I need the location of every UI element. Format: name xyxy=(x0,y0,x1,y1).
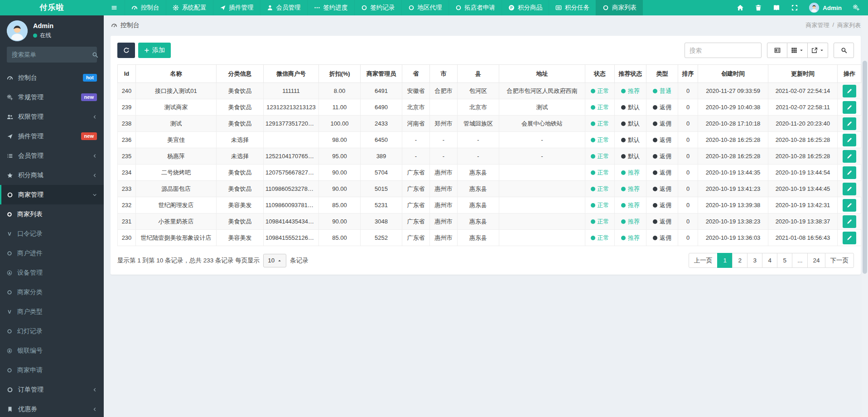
edit-button[interactable] xyxy=(843,101,856,114)
sidebar-search-input[interactable] xyxy=(12,51,92,58)
sidebar-item-6[interactable]: 商家管理 xyxy=(0,185,104,204)
add-button[interactable]: 添加 xyxy=(138,43,171,58)
home-button[interactable] xyxy=(737,4,744,11)
type-label: 返佣 xyxy=(660,218,671,226)
table-search-input[interactable] xyxy=(685,43,762,58)
nav-item-4[interactable]: 签约进度 xyxy=(307,0,354,15)
edit-button[interactable] xyxy=(843,134,856,146)
cell-category: 美食饮品 xyxy=(217,99,264,116)
refresh-button[interactable] xyxy=(117,43,135,58)
cell-status: 正常 xyxy=(585,165,615,181)
sidebar-subitem-7[interactable]: 银联编号 xyxy=(0,341,104,360)
column-header-14: 创建时间 xyxy=(698,65,768,83)
status-dot-icon xyxy=(621,219,626,224)
sidebar-item-2[interactable]: 权限管理 xyxy=(0,107,104,126)
nav-item-5[interactable]: 签约记录 xyxy=(354,0,401,15)
status-dot-icon xyxy=(621,154,626,159)
breadcrumb-item-0[interactable]: 商家管理 xyxy=(805,21,829,29)
pagination-page-5[interactable]: 5 xyxy=(777,253,792,268)
trash-button[interactable] xyxy=(755,4,762,11)
sidebar-subitem-1[interactable]: 口令记录 xyxy=(0,224,104,243)
nav-item-1[interactable]: 系统配置 xyxy=(166,0,213,15)
pagination-page-1[interactable]: 1 xyxy=(717,253,733,268)
cell-address xyxy=(499,181,585,197)
sidebar-item-0[interactable]: 控制台hot xyxy=(0,68,104,87)
export-button[interactable] xyxy=(808,43,828,58)
sidebar-subitem-3[interactable]: 设备管理 xyxy=(0,263,104,282)
sidebar-subitem-0[interactable]: 商家列表 xyxy=(0,204,104,224)
sidebar-subitem-4[interactable]: 商家分类 xyxy=(0,282,104,302)
cell-category: 美食饮品 xyxy=(217,116,264,132)
sidebar-item-4[interactable]: 会员管理 xyxy=(0,146,104,165)
navbar-user[interactable]: Admin xyxy=(809,3,842,13)
expand-button[interactable] xyxy=(791,4,798,11)
cell-wx_no xyxy=(264,132,319,148)
cell-manager: 3048 xyxy=(361,213,402,230)
sidebar-subitem-8[interactable]: 商家申请 xyxy=(0,360,104,380)
cell-category: 美食饮品 xyxy=(217,83,264,99)
columns-button[interactable] xyxy=(787,43,808,58)
sidebar-subitem-6[interactable]: 幻灯记录 xyxy=(0,321,104,341)
nav-item-7[interactable]: 拓店者申请 xyxy=(448,0,502,15)
sidebar-subitem-5[interactable]: 商户类型 xyxy=(0,302,104,321)
nav-item-3[interactable]: 会员管理 xyxy=(260,0,307,15)
sidebar-item-3[interactable]: 插件管理new xyxy=(0,126,104,146)
sidebar-item-1[interactable]: 常规管理new xyxy=(0,87,104,107)
nav-item-0[interactable]: 控制台 xyxy=(125,0,166,15)
cell-city: 合肥市 xyxy=(430,83,458,99)
sidebar-item-8[interactable]: 优惠券 xyxy=(0,399,104,417)
pagination-prev[interactable]: 上一页 xyxy=(689,253,718,268)
edit-button[interactable] xyxy=(843,232,856,244)
table-search-button[interactable] xyxy=(834,43,854,58)
detail-view-button[interactable] xyxy=(767,43,787,58)
sidebar-subitem-label: 商户类型 xyxy=(17,308,97,316)
svg-text:P: P xyxy=(510,5,513,10)
scrollbar-thumb[interactable] xyxy=(863,61,867,274)
cell-type: 返佣 xyxy=(646,165,678,181)
cell-wx_no: 109841443543482369 xyxy=(264,213,319,230)
sidebar-item-5[interactable]: 积分商城 xyxy=(0,165,104,185)
type-badge: 返佣 xyxy=(653,218,671,226)
cell-manager: 5015 xyxy=(361,181,402,197)
cell-county: - xyxy=(458,148,499,165)
cell-category: 美食饮品 xyxy=(217,181,264,197)
edit-button[interactable] xyxy=(843,166,856,179)
cell-name: 小茶里奶茶店 xyxy=(136,213,217,230)
pagination-next[interactable]: 下一页 xyxy=(825,253,854,268)
sidebar-toggle-button[interactable] xyxy=(104,0,125,15)
book-button[interactable] xyxy=(773,4,780,11)
nav-item-8[interactable]: P积分商品 xyxy=(502,0,549,15)
pagination-page-3[interactable]: 3 xyxy=(747,253,762,268)
pagination-page-24[interactable]: 24 xyxy=(807,253,825,268)
sidebar-subitem-label: 设备管理 xyxy=(17,269,97,277)
page-size-select[interactable]: 10 xyxy=(263,254,286,267)
edit-button[interactable] xyxy=(843,215,856,228)
search-icon[interactable] xyxy=(92,52,98,58)
cell-id: 231 xyxy=(118,213,136,230)
sidebar-item-7[interactable]: 订单管理 xyxy=(0,380,104,399)
edit-button[interactable] xyxy=(843,183,856,195)
sidebar-item-label: 会员管理 xyxy=(18,152,87,160)
cell-id: 236 xyxy=(118,132,136,148)
pagination-page-2[interactable]: 2 xyxy=(732,253,747,268)
cell-address: 合肥市包河区人民政府西南 xyxy=(499,83,585,99)
breadcrumb-item-1[interactable]: 商家列表 xyxy=(837,21,861,29)
scrollbar[interactable] xyxy=(862,15,868,417)
pagination-page-4[interactable]: 4 xyxy=(762,253,777,268)
sidebar-subitem-2[interactable]: 商户进件 xyxy=(0,243,104,263)
edit-button[interactable] xyxy=(843,85,856,97)
settings-button[interactable] xyxy=(853,4,860,11)
nav-item-10[interactable]: 商家列表 xyxy=(596,0,643,15)
cell-id: 238 xyxy=(118,116,136,132)
pencil-icon xyxy=(847,235,852,241)
nav-item-9[interactable]: 积分任务 xyxy=(549,0,596,15)
nav-item-6[interactable]: 地区代理 xyxy=(401,0,448,15)
circle-o-icon xyxy=(7,192,13,198)
cell-name: 测试 xyxy=(136,116,217,132)
nav-item-2[interactable]: 插件管理 xyxy=(213,0,260,15)
page-title-label: 控制台 xyxy=(121,21,140,29)
edit-button[interactable] xyxy=(843,117,856,130)
status-label: 正常 xyxy=(598,169,609,177)
edit-button[interactable] xyxy=(843,199,856,212)
edit-button[interactable] xyxy=(843,150,856,163)
